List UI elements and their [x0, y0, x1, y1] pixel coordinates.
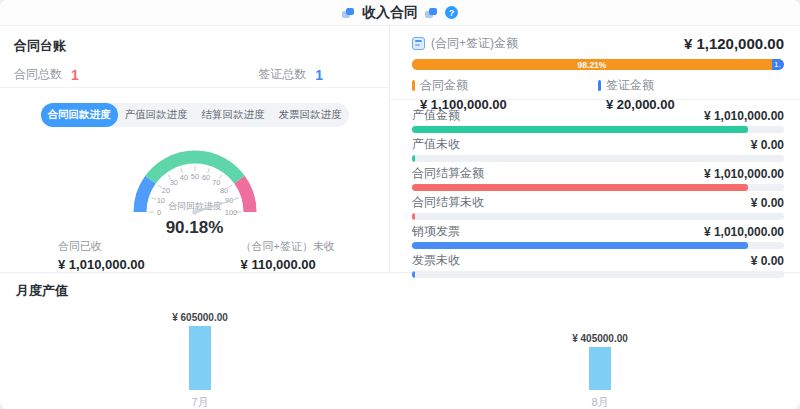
contract-count-label: 合同总数 — [14, 66, 62, 83]
received-block: 合同已收 ¥ 1,010,000.00 — [58, 239, 145, 272]
gauge-tick-label: 80 — [219, 186, 227, 195]
metric-label: 销项发票 — [412, 223, 460, 240]
visa-amount-label: 签证金额 — [606, 77, 654, 94]
ledger-stats-section: 合同台账 合同总数 1 签证总数 1 — [0, 26, 389, 88]
monthly-output-section: 月度产值 ¥ 605000.00 ¥ 405000.00 7月 8月 — [0, 272, 800, 409]
monthly-bar — [189, 326, 211, 390]
ledger-title: 合同台账 — [14, 37, 375, 55]
metric-label: 产值金额 — [412, 107, 460, 124]
visa-count-value: 1 — [315, 67, 323, 83]
metric-amount: ¥ 0.00 — [751, 138, 784, 152]
metric-row: 发票未收¥ 0.00 — [412, 252, 784, 278]
gauge-tick-label: 100 — [224, 208, 237, 217]
metric-row: 产值金额¥ 1,010,000.00 — [412, 107, 784, 133]
amount-summary-panel: (合同+签证)金额 ¥ 1,120,000.00 98.21% 1. 合同金额 … — [390, 26, 800, 272]
tab-settlement-progress[interactable]: 结算回款进度 — [195, 103, 272, 127]
total-amount-label: (合同+签证)金额 — [431, 35, 518, 52]
metric-progress-fill — [412, 242, 748, 249]
monthly-bar-cell: ¥ 605000.00 — [0, 312, 400, 390]
page-title: 收入合同 — [362, 4, 418, 22]
gauge-chart: 0 10 20 30 40 50 60 70 80 90 100 合同回款进度 — [110, 128, 280, 226]
metric-row: 销项发票¥ 1,010,000.00 — [412, 223, 784, 249]
help-icon[interactable]: ? — [445, 6, 458, 19]
total-amount-section: (合同+签证)金额 ¥ 1,120,000.00 98.21% 1. 合同金额 … — [390, 26, 800, 100]
progress-tabs: 合同回款进度 产值回款进度 结算回款进度 发票回款进度 — [41, 103, 349, 127]
metric-row: 产值未收¥ 0.00 — [412, 136, 784, 162]
metric-progress-track — [412, 271, 784, 278]
metric-progress-fill — [412, 126, 748, 133]
monthly-bar — [589, 347, 611, 390]
tab-contract-progress[interactable]: 合同回款进度 — [41, 103, 118, 127]
gauge-tick-label: 60 — [201, 173, 209, 182]
visa-amount-segment: 1. — [772, 59, 784, 70]
contract-count-stat: 合同总数 1 — [14, 66, 79, 83]
metric-progress-track — [412, 155, 784, 162]
metric-progress-fill — [412, 155, 415, 162]
gauge-section: 合同回款进度 产值回款进度 结算回款进度 发票回款进度 0 10 20 30 4… — [0, 88, 389, 272]
contract-stack-icon-right — [425, 7, 438, 19]
gauge-svg: 0 10 20 30 40 50 60 70 80 90 100 合同回款进度 — [110, 128, 280, 222]
gauge-tick-label: 50 — [190, 172, 198, 181]
metric-amount: ¥ 0.00 — [751, 196, 784, 210]
metric-progress-fill — [412, 271, 415, 278]
gauge-tick-label: 40 — [179, 173, 187, 182]
metric-progress-fill — [412, 184, 748, 191]
contract-amount-segment: 98.21% — [412, 59, 772, 70]
metrics-section: 产值金额¥ 1,010,000.00 产值未收¥ 0.00 合同结算金额¥ 1,… — [390, 100, 800, 281]
metric-amount: ¥ 0.00 — [751, 254, 784, 268]
contract-ledger-panel: 合同台账 合同总数 1 签证总数 1 合同回款进度 产值回款进度 结算回 — [0, 26, 390, 272]
metric-label: 发票未收 — [412, 252, 460, 269]
metric-label: 合同结算金额 — [412, 165, 484, 182]
contract-amount-marker — [412, 80, 415, 91]
amount-stacked-bar: 98.21% 1. — [412, 59, 784, 70]
unreceived-amount: ¥ 110,000.00 — [241, 257, 335, 272]
income-contract-dashboard: 收入合同 ? 合同台账 合同总数 1 签证总数 1 — [0, 0, 800, 409]
received-row: 合同已收 ¥ 1,010,000.00 （合同+签证）未收 ¥ 110,000.… — [0, 238, 389, 272]
metric-label: 合同结算未收 — [412, 194, 484, 211]
metric-label: 产值未收 — [412, 136, 460, 153]
unreceived-block: （合同+签证）未收 ¥ 110,000.00 — [241, 239, 335, 272]
metric-amount: ¥ 1,010,000.00 — [704, 109, 784, 123]
visa-count-stat: 签证总数 1 — [258, 66, 323, 83]
tab-invoice-progress[interactable]: 发票回款进度 — [272, 103, 349, 127]
metric-row: 合同结算金额¥ 1,010,000.00 — [412, 165, 784, 191]
monthly-bar-chart: ¥ 605000.00 ¥ 405000.00 — [0, 302, 800, 390]
metric-progress-track — [412, 184, 784, 191]
metric-progress-fill — [412, 213, 415, 220]
unreceived-label: （合同+签证）未收 — [241, 239, 335, 254]
total-amount-value: ¥ 1,120,000.00 — [684, 35, 784, 52]
visa-count-label: 签证总数 — [258, 66, 306, 83]
gauge-tick-label: 0 — [156, 208, 160, 217]
metric-progress-track — [412, 213, 784, 220]
metric-amount: ¥ 1,010,000.00 — [704, 225, 784, 239]
metric-amount: ¥ 1,010,000.00 — [704, 167, 784, 181]
received-label: 合同已收 — [58, 239, 145, 254]
gauge-tick-label: 30 — [169, 178, 177, 187]
monthly-output-title: 月度产值 — [16, 282, 800, 300]
visa-amount-marker — [598, 80, 601, 91]
received-amount: ¥ 1,010,000.00 — [58, 257, 145, 272]
tab-output-progress[interactable]: 产值回款进度 — [118, 103, 195, 127]
gauge-tick-label: 20 — [161, 186, 169, 195]
contract-stack-icon-left — [342, 7, 355, 19]
amount-doc-icon — [412, 37, 425, 50]
contract-amount-label: 合同金额 — [420, 77, 468, 94]
monthly-bar-cell: ¥ 405000.00 — [400, 333, 800, 390]
monthly-axis: 7月 8月 — [0, 390, 800, 409]
total-amount-row: (合同+签证)金额 ¥ 1,120,000.00 — [412, 35, 784, 52]
x-axis-label: 8月 — [400, 395, 800, 409]
x-axis-label: 7月 — [0, 395, 400, 409]
metric-progress-track — [412, 242, 784, 249]
ledger-stats-row: 合同总数 1 签证总数 1 — [14, 66, 375, 83]
metric-progress-track — [412, 126, 784, 133]
metric-row: 合同结算未收¥ 0.00 — [412, 194, 784, 220]
gauge-value: 90.18% — [166, 218, 224, 238]
contract-count-value: 1 — [71, 67, 79, 83]
gauge-tick-label: 10 — [156, 196, 164, 205]
bar-value-label: ¥ 605000.00 — [172, 312, 228, 323]
header: 收入合同 ? — [0, 0, 800, 26]
bar-value-label: ¥ 405000.00 — [572, 333, 628, 344]
main-area: 合同台账 合同总数 1 签证总数 1 合同回款进度 产值回款进度 结算回 — [0, 26, 800, 272]
